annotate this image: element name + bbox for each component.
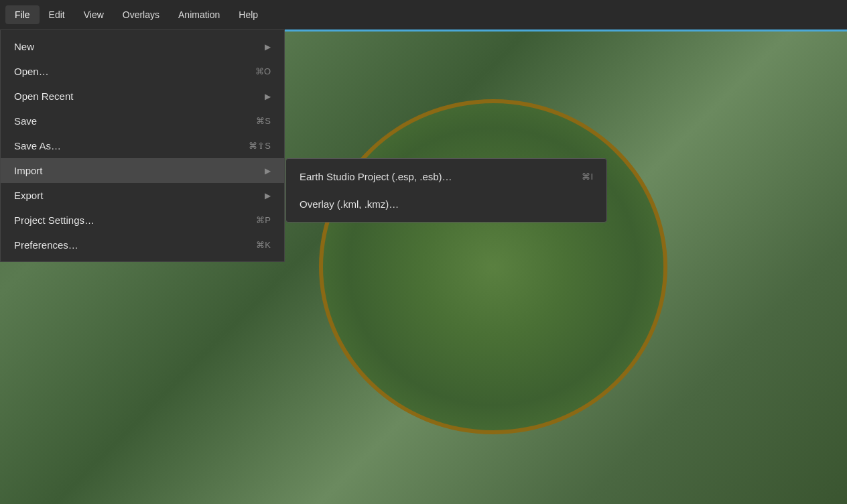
- submenu-item-overlay[interactable]: Overlay (.kml, .kmz)…: [286, 190, 606, 218]
- import-arrow-icon: ▶: [265, 166, 271, 176]
- menubar-item-edit[interactable]: Edit: [40, 5, 74, 24]
- menubar-item-file[interactable]: File: [5, 5, 40, 24]
- menubar: File Edit View Overlays Animation Help: [0, 0, 847, 29]
- menu-item-preferences-label: Preferences…: [14, 239, 229, 251]
- menu-item-export[interactable]: Export ▶: [1, 183, 284, 208]
- menu-item-open[interactable]: Open… ⌘O: [1, 59, 284, 84]
- open-recent-arrow-icon: ▶: [265, 92, 271, 101]
- menu-item-preferences[interactable]: Preferences… ⌘K: [1, 233, 284, 257]
- submenu-item-overlay-label: Overlay (.kml, .kmz)…: [300, 198, 593, 210]
- menu-item-project-settings[interactable]: Project Settings… ⌘P: [1, 208, 284, 233]
- menu-item-import[interactable]: Import ▶ Earth Studio Project (.esp, .es…: [1, 158, 284, 183]
- menubar-item-help[interactable]: Help: [229, 5, 267, 24]
- export-arrow-icon: ▶: [265, 191, 271, 200]
- menu-item-save-as-shortcut: ⌘⇧S: [249, 141, 271, 151]
- submenu-item-earth-studio-shortcut: ⌘I: [582, 172, 593, 182]
- menu-item-save-as-label: Save As…: [14, 140, 222, 151]
- menu-item-open-recent-label: Open Recent: [14, 90, 259, 102]
- menu-item-import-label: Import: [14, 165, 259, 176]
- file-menu: New ▶ Open… ⌘O Open Recent ▶ Save ⌘S Sav…: [0, 29, 285, 262]
- import-submenu: Earth Studio Project (.esp, .esb)… ⌘I Ov…: [285, 158, 607, 223]
- menu-item-new[interactable]: New ▶: [1, 34, 284, 59]
- menu-item-project-settings-label: Project Settings…: [14, 214, 229, 226]
- menu-item-open-shortcut: ⌘O: [255, 66, 271, 76]
- new-arrow-icon: ▶: [265, 42, 271, 52]
- menu-item-project-settings-shortcut: ⌘P: [256, 215, 271, 225]
- menubar-item-overlays[interactable]: Overlays: [113, 5, 169, 24]
- menu-item-save-label: Save: [14, 115, 229, 127]
- submenu-item-earth-studio-label: Earth Studio Project (.esp, .esb)…: [300, 171, 582, 182]
- menu-item-open-label: Open…: [14, 66, 229, 77]
- menu-item-save[interactable]: Save ⌘S: [1, 109, 284, 133]
- menu-item-export-label: Export: [14, 190, 259, 201]
- stadium-oval: [319, 99, 667, 434]
- menu-item-open-recent[interactable]: Open Recent ▶: [1, 84, 284, 109]
- menu-item-save-shortcut: ⌘S: [256, 116, 271, 126]
- menubar-item-view[interactable]: View: [74, 5, 113, 24]
- menu-item-save-as[interactable]: Save As… ⌘⇧S: [1, 133, 284, 158]
- submenu-item-earth-studio[interactable]: Earth Studio Project (.esp, .esb)… ⌘I: [286, 163, 606, 190]
- menubar-item-animation[interactable]: Animation: [169, 5, 229, 24]
- menu-item-preferences-shortcut: ⌘K: [256, 240, 271, 250]
- menu-item-new-label: New: [14, 41, 259, 52]
